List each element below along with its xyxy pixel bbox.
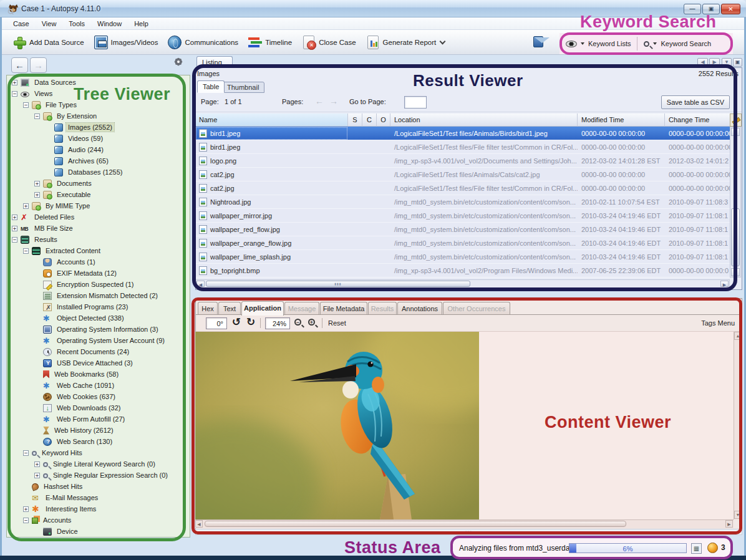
content-vertical-scrollbar[interactable]: ▲ ▼ bbox=[734, 332, 742, 519]
maximize-pane-icon[interactable] bbox=[733, 58, 742, 67]
table-row[interactable]: Nightroad.jpg/img_mtd0_system.bin/etc/cu… bbox=[195, 195, 730, 209]
expand-icon[interactable]: + bbox=[34, 192, 40, 198]
tree-item-web-cache-1091[interactable]: Web Cache (1091) bbox=[34, 380, 116, 391]
tree-item-web-cookies-637[interactable]: Web Cookies (637) bbox=[34, 391, 117, 402]
tree-item-operating-system-information-3[interactable]: Operating System Information (3) bbox=[34, 324, 160, 335]
expand-icon[interactable]: + bbox=[12, 215, 17, 220]
listing-tab[interactable]: Listing bbox=[196, 56, 233, 68]
tree-item-web-history-2612[interactable]: Web History (2612) bbox=[34, 425, 115, 436]
rotate-ccw-icon[interactable]: ↺ bbox=[232, 316, 241, 329]
tree-item-images-2552[interactable]: Images (2552) bbox=[46, 122, 114, 133]
back-button[interactable]: ← bbox=[11, 57, 28, 73]
close-case-button[interactable]: Close Case bbox=[298, 33, 360, 52]
tree-item-mb-file-size[interactable]: +MB File Size bbox=[12, 223, 75, 234]
expand-icon[interactable]: + bbox=[34, 473, 40, 478]
scroll-left-icon[interactable]: ◀ bbox=[196, 281, 205, 287]
tab-file-metadata[interactable]: File Metadata bbox=[320, 302, 367, 315]
expand-icon[interactable]: + bbox=[34, 181, 40, 186]
tree-item-executable[interactable]: +Executable bbox=[34, 189, 92, 200]
menu-window[interactable]: Window bbox=[92, 19, 127, 29]
column-header-c[interactable]: C bbox=[362, 113, 377, 127]
expand-icon[interactable]: + bbox=[12, 226, 17, 231]
scroll-right-icon[interactable]: ▶ bbox=[720, 281, 729, 287]
title-bar[interactable]: Case 1 - Autopsy 4.11.0 bbox=[0, 0, 746, 17]
column-header-o[interactable]: O bbox=[377, 113, 390, 127]
collapse-icon[interactable]: − bbox=[23, 450, 29, 456]
scrollbar-thumb[interactable] bbox=[731, 208, 740, 266]
tab-scroll-left-icon[interactable] bbox=[697, 58, 708, 67]
tab-application[interactable]: Application bbox=[241, 301, 284, 316]
tab-hex[interactable]: Hex bbox=[198, 302, 218, 315]
tree-item-installed-programs-23[interactable]: Installed Programs (23) bbox=[34, 301, 130, 312]
table-horizontal-scrollbar[interactable]: ◀ ▶ bbox=[195, 279, 730, 288]
table-row[interactable]: wallpaper_red_flow.jpg/img_mtd0_system.b… bbox=[195, 223, 730, 236]
tree-item-recent-documents-24[interactable]: Recent Documents (24) bbox=[34, 346, 131, 357]
forward-button[interactable]: → bbox=[30, 57, 47, 73]
rotation-input[interactable]: 0° bbox=[206, 317, 227, 329]
column-header-s[interactable]: S bbox=[348, 113, 362, 127]
communications-button[interactable]: Communications bbox=[163, 33, 243, 52]
column-header-modified-time[interactable]: Modified Time bbox=[578, 113, 665, 127]
generate-report-button[interactable]: Generate Report bbox=[362, 33, 450, 52]
progress-details-icon[interactable] bbox=[691, 543, 702, 554]
expand-icon[interactable]: + bbox=[34, 461, 40, 467]
expand-icon[interactable]: + bbox=[23, 203, 29, 209]
tree-item-extension-mismatch-detected-2[interactable]: Extension Mismatch Detected (2) bbox=[34, 290, 160, 301]
menu-help[interactable]: Help bbox=[129, 19, 153, 29]
keyword-search-button[interactable]: Keyword Search bbox=[637, 37, 717, 51]
tree-item-keyword-hits[interactable]: −Keyword Hits bbox=[23, 447, 84, 458]
tree-item-web-search-130[interactable]: Web Search (130) bbox=[34, 436, 114, 447]
zoom-out-icon[interactable]: − bbox=[294, 319, 301, 326]
tab-text[interactable]: Text bbox=[218, 302, 241, 315]
images-videos-button[interactable]: Images/Videos bbox=[90, 33, 163, 52]
rotate-cw-icon[interactable]: ↻ bbox=[246, 316, 255, 329]
zoom-input[interactable]: 24% bbox=[265, 317, 290, 329]
menu-case[interactable]: Case bbox=[8, 19, 34, 29]
tree-item-audio-244[interactable]: Audio (244) bbox=[46, 144, 105, 155]
tree-item-web-form-autofill-27[interactable]: Web Form Autofill (27) bbox=[34, 413, 127, 425]
save-table-csv-button[interactable]: Save table as CSV bbox=[661, 95, 730, 109]
tab-thumbnail[interactable]: Thumbnail bbox=[221, 82, 264, 93]
zoom-in-icon[interactable]: + bbox=[308, 319, 315, 326]
tree-item-usb-device-attached-3[interactable]: USB Device Attached (3) bbox=[34, 357, 135, 369]
scroll-down-icon[interactable]: ▼ bbox=[731, 268, 740, 276]
tree-item-by-extension[interactable]: −By Extension bbox=[34, 110, 99, 122]
ingest-messages-icon[interactable] bbox=[707, 543, 718, 553]
tree-item-operating-system-user-account-9[interactable]: Operating System User Account (9) bbox=[34, 335, 167, 346]
tree-item-hashset-hits[interactable]: Hashset Hits bbox=[23, 481, 84, 492]
table-row[interactable]: wallpaper_orange_flow.jpg/img_mtd0_syste… bbox=[195, 236, 730, 250]
add-data-source-button[interactable]: Add Data Source bbox=[8, 33, 89, 52]
tree-item-interesting-items[interactable]: +Interesting Items bbox=[23, 503, 98, 514]
tree-item-archives-65[interactable]: Archives (65) bbox=[46, 155, 110, 167]
tree-item-views[interactable]: −Views bbox=[12, 88, 54, 99]
reset-button[interactable]: Reset bbox=[328, 319, 346, 327]
column-header-location[interactable]: Location bbox=[390, 113, 578, 127]
collapse-icon[interactable]: − bbox=[34, 113, 40, 119]
prev-page-icon[interactable]: ← bbox=[315, 96, 324, 106]
goto-page-input[interactable] bbox=[404, 96, 427, 109]
table-row[interactable]: wallpaper_mirror.jpg/img_mtd0_system.bin… bbox=[195, 209, 730, 223]
column-header-name[interactable]: Name bbox=[195, 113, 348, 127]
tab-annotations[interactable]: Annotations bbox=[397, 302, 442, 315]
tree-item-web-downloads-32[interactable]: Web Downloads (32) bbox=[34, 402, 123, 413]
tab-scroll-right-icon[interactable] bbox=[709, 58, 720, 67]
tree-item-deleted-files[interactable]: +Deleted Files bbox=[12, 211, 76, 223]
table-row[interactable]: cat2.jpg/LogicalFileSet1/Test files/File… bbox=[195, 181, 730, 195]
tree-item-databases-1255[interactable]: Databases (1255) bbox=[46, 167, 124, 178]
next-page-icon[interactable]: → bbox=[329, 96, 338, 106]
expand-icon[interactable]: + bbox=[12, 80, 17, 85]
collapse-icon[interactable]: − bbox=[23, 248, 29, 254]
table-row[interactable]: bird1.jpeg/LogicalFileSet1/Test files/Fi… bbox=[195, 140, 730, 154]
menu-view[interactable]: View bbox=[37, 19, 62, 29]
collapse-icon[interactable]: − bbox=[23, 102, 29, 108]
tree-item-accounts-1[interactable]: Accounts (1) bbox=[34, 256, 97, 268]
tree-item-e-mail-messages[interactable]: E-Mail Messages bbox=[23, 492, 100, 503]
tab-table[interactable]: Table bbox=[197, 80, 225, 93]
table-vertical-scrollbar[interactable]: ▲ ▼ bbox=[730, 127, 741, 278]
tree-item-exif-metadata-12[interactable]: EXIF Metadata (12) bbox=[34, 268, 119, 279]
tree-item-single-regular-expression-search-0[interactable]: +Single Regular Expression Search (0) bbox=[34, 470, 170, 481]
tree-item-web-bookmarks-58[interactable]: Web Bookmarks (58) bbox=[34, 369, 120, 380]
timeline-button[interactable]: Timeline bbox=[244, 33, 296, 52]
tree-item-object-detected-338[interactable]: Object Detected (338) bbox=[34, 312, 126, 324]
progress-bar[interactable]: 6% bbox=[569, 543, 687, 553]
